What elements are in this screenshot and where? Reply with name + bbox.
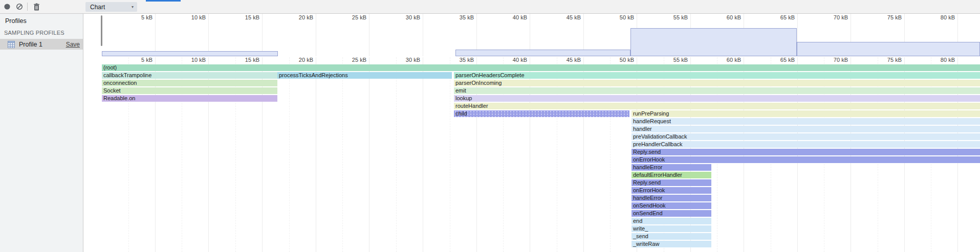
flame-bar-handlerequest[interactable]: handleRequest	[631, 118, 980, 125]
delete-profile-button[interactable]	[31, 2, 42, 12]
block-icon	[16, 3, 23, 10]
flame-gridline	[423, 57, 423, 252]
chart-pane: 5 kB5 kB10 kB10 kB15 kB15 kB20 kB20 kB25…	[83, 14, 980, 252]
flame-bar-parseronheaderscomplete[interactable]: parserOnHeadersComplete	[454, 72, 980, 79]
flame-bar-parseronincoming[interactable]: parserOnIncoming	[454, 80, 980, 86]
overview-gridline	[155, 14, 156, 56]
flame-gridline-minor	[182, 57, 182, 252]
overview-segment	[797, 42, 980, 56]
flame-gridline-minor	[128, 57, 129, 252]
flame-ruler-label: 35 kB	[460, 57, 474, 63]
flame-ruler-label: 65 kB	[780, 57, 795, 63]
flame-bar-socket[interactable]: Socket	[102, 87, 277, 94]
overview-ruler-label: 60 kB	[727, 14, 741, 20]
flame-ruler-label: 20 kB	[299, 57, 313, 63]
flame-gridline-minor	[396, 57, 397, 252]
flame-gridline-minor	[610, 57, 611, 252]
flame-ruler-label: 80 kB	[941, 57, 955, 63]
flame-gridline-minor	[503, 57, 504, 252]
overview-ruler-label: 15 kB	[245, 14, 259, 20]
flame-bar-prehandlercallback[interactable]: preHandlerCallback	[631, 141, 980, 148]
flame-gridline	[530, 57, 530, 252]
flame-gridline-minor	[450, 57, 450, 252]
record-icon	[4, 3, 11, 10]
flame-ruler-label: 30 kB	[406, 57, 420, 63]
overview-ruler-label: 30 kB	[406, 14, 420, 20]
flame-bar-handler[interactable]: handler	[631, 126, 980, 132]
flame-bar-reply-send[interactable]: Reply.send	[631, 179, 711, 186]
flame-bar-onerrorhook[interactable]: onErrorHook	[631, 187, 711, 194]
save-profile-link[interactable]: Save	[66, 41, 80, 48]
flame-bar-end[interactable]: end	[631, 218, 711, 224]
flame-ruler-label: 40 kB	[513, 57, 527, 63]
flame-bar-reply-send[interactable]: Reply.send	[631, 149, 980, 155]
flame-bar-routehandler[interactable]: routeHandler	[454, 103, 980, 109]
flame-gridline-minor	[557, 57, 557, 252]
overview-ruler-label: 40 kB	[513, 14, 527, 20]
flame-bar-onerrorhook[interactable]: onErrorHook	[631, 156, 980, 163]
flame-gridline-minor	[289, 57, 290, 252]
overview-scroll-grip[interactable]	[101, 15, 102, 46]
toolbar-separator	[27, 3, 28, 11]
view-mode-value: Chart	[85, 4, 105, 11]
flame-bar-defaulterrorhandler[interactable]: defaultErrorHandler	[631, 172, 711, 178]
flame-bar-onsendend[interactable]: onSendEnd	[631, 210, 711, 217]
overview-gridline	[423, 14, 423, 56]
flame-ruler-label: 50 kB	[620, 57, 634, 63]
flame-bar-runpreparsing[interactable]: runPreParsing	[631, 110, 980, 117]
flame-bar-onconnection[interactable]: onconnection	[102, 80, 277, 86]
flame-ruler-label: 15 kB	[245, 57, 259, 63]
flame-bar-prevalidationcallback[interactable]: preValidationCallback	[631, 133, 980, 140]
flame-bar-handleerror[interactable]: handleError	[631, 164, 711, 171]
overview-ruler-label: 70 kB	[834, 14, 848, 20]
profile-name: Profile 1	[19, 41, 42, 48]
flame-gridline-minor	[342, 57, 343, 252]
overview-ruler-label: 25 kB	[352, 14, 366, 20]
flame-bar-handleerror[interactable]: handleError	[631, 195, 711, 201]
flame-ruler-label: 10 kB	[191, 57, 206, 63]
overview-ruler-label: 10 kB	[191, 14, 206, 20]
clear-button[interactable]	[14, 2, 25, 12]
overview-gridline	[208, 14, 209, 56]
overview-gridline	[262, 14, 263, 56]
view-mode-select[interactable]: Chart ▾	[85, 2, 137, 12]
sidebar: Profiles SAMPLING PROFILES Profile 1 Sav…	[0, 14, 83, 252]
flame-bar-writeraw[interactable]: _writeRaw	[631, 241, 711, 247]
overview-ruler-label: 50 kB	[620, 14, 634, 20]
flame-bar-write[interactable]: write_	[631, 225, 711, 232]
flame-ruler-label: 55 kB	[673, 57, 688, 63]
overview-ruler-label: 55 kB	[673, 14, 688, 20]
overview-ruler-label: 5 kB	[141, 14, 153, 20]
flame-bar-emit[interactable]: emit	[454, 87, 980, 94]
flame-bar-lookup[interactable]: lookup	[454, 95, 980, 102]
profile-grid-icon	[8, 41, 15, 48]
flame-gridline-minor	[235, 57, 236, 252]
sampling-profiles-header: SAMPLING PROFILES	[4, 30, 64, 36]
overview-ruler-label: 35 kB	[460, 14, 474, 20]
record-button[interactable]	[2, 2, 13, 12]
flame-bar-root[interactable]: (root)	[102, 64, 980, 71]
flame-bar-child[interactable]: child	[454, 110, 629, 117]
flame-gridline	[583, 57, 584, 252]
flame-gridline	[316, 57, 316, 252]
flame-gridline	[155, 57, 156, 252]
flame-gridline	[262, 57, 263, 252]
flame-gridline	[369, 57, 369, 252]
overview-gridline	[369, 14, 369, 56]
overview-segment	[102, 51, 278, 56]
main-toolbar: Chart ▾	[0, 0, 980, 14]
flame-ruler-label: 60 kB	[727, 57, 741, 63]
flame-bar-onsendhook[interactable]: onSendHook	[631, 202, 711, 209]
flame-ruler-label: 25 kB	[352, 57, 366, 63]
flame-gridline	[476, 57, 477, 252]
flame-bar-readable-on[interactable]: Readable.on	[102, 95, 277, 102]
flame-ruler-label: 75 kB	[887, 57, 902, 63]
flame-bar-processticksandrejections[interactable]: processTicksAndRejections	[277, 72, 452, 79]
overview-ruler-label: 20 kB	[299, 14, 313, 20]
flame-bar-callbacktrampoline[interactable]: callbackTrampoline	[102, 72, 277, 79]
overview-gridline	[316, 14, 316, 56]
overview-segment	[630, 28, 797, 56]
flame-ruler-label: 70 kB	[834, 57, 848, 63]
overview-ruler-label: 65 kB	[780, 14, 795, 20]
flame-bar-send[interactable]: _send	[631, 233, 711, 240]
